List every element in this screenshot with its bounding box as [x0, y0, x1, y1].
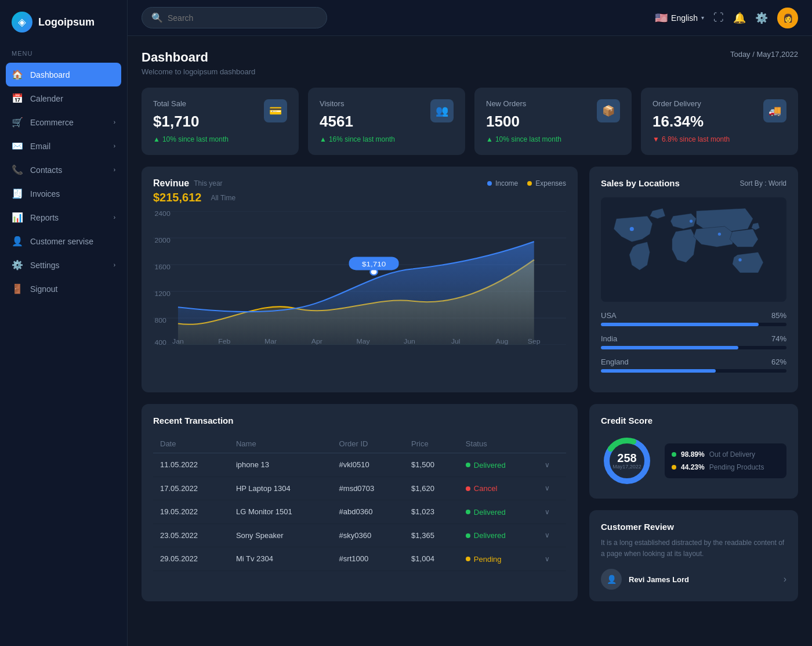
reviewer-name: Revi James Lord	[629, 575, 689, 584]
cell-price-3: $1,365	[404, 524, 459, 547]
location-name-2: England	[601, 358, 629, 366]
location-bar-1: India 74%	[601, 334, 786, 349]
settings-icon[interactable]: ⚙️	[755, 12, 768, 24]
svg-text:2000: 2000	[154, 237, 170, 244]
location-bar-0: USA 85%	[601, 311, 786, 326]
cell-price-0: $1,500	[404, 453, 459, 477]
location-fill-0	[601, 323, 759, 326]
content-area: Dashboard Welcome to logoipsum dashboard…	[128, 36, 812, 646]
sidebar-item-calender[interactable]: 📅 Calender	[0, 86, 127, 110]
cell-name-0: iphone 13	[229, 453, 332, 477]
search-icon: 🔍	[151, 12, 163, 23]
header-right: 🇺🇸 English ▾ ⛶ 🔔 ⚙️ 👩	[655, 8, 798, 28]
legend: Income Expenses	[487, 179, 566, 187]
sidebar-item-reports[interactable]: 📊 Reports ›	[0, 205, 127, 229]
review-text: It is a long established distracted by t…	[601, 537, 786, 560]
status-dot-4	[466, 557, 470, 561]
svg-text:$1,710: $1,710	[362, 261, 386, 268]
donut-chart: 258 May17,2022	[601, 435, 653, 487]
svg-text:Jun: Jun	[404, 338, 415, 345]
notification-icon[interactable]: 🔔	[733, 12, 746, 24]
expenses-legend: Expenses	[527, 179, 566, 187]
nav-label-calender: Calender	[30, 94, 63, 103]
credit-pct-1: 44.23%	[681, 463, 705, 471]
transaction-title: Recent Transaction	[153, 416, 566, 425]
main-area: 🔍 🇺🇸 English ▾ ⛶ 🔔 ⚙️ 👩 Dashboard Welcom…	[128, 0, 812, 646]
location-card: Sales by Locations Sort By : World	[589, 167, 798, 392]
income-label: Income	[495, 179, 518, 187]
credit-dot-1	[672, 465, 676, 470]
cell-price-1: $1,620	[404, 477, 459, 500]
status-badge-0: Delivered	[466, 461, 506, 470]
cell-name-3: Sony Speaker	[229, 524, 332, 547]
status-badge-4: Pending	[466, 555, 502, 564]
svg-text:May: May	[357, 338, 370, 345]
status-dot-0	[466, 463, 470, 467]
stat-change-3: ▼ 6.8% since last month	[652, 135, 786, 143]
stat-arrow-2: ▲	[486, 135, 493, 143]
credit-legend-item-0: 98.89% Out of Delivery	[672, 450, 780, 459]
cell-action-4[interactable]: ∨	[538, 547, 566, 571]
stat-icon-2: 📦	[597, 99, 620, 122]
user-avatar[interactable]: 👩	[777, 8, 798, 28]
location-pct-2: 62%	[771, 358, 786, 366]
reviewer-avatar: 👤	[601, 569, 622, 590]
location-pct-0: 85%	[771, 311, 786, 320]
cell-status-4: Pending	[459, 547, 538, 571]
nav-label-ecommerce: Ecommerce	[30, 118, 74, 127]
stat-change-2: ▲ 10% since last month	[486, 135, 620, 143]
language-selector[interactable]: 🇺🇸 English ▾	[655, 12, 704, 24]
settings-icon: ⚙️	[12, 259, 23, 270]
nav-chevron-reports: ›	[114, 214, 115, 221]
svg-text:Apr: Apr	[311, 338, 322, 345]
cell-action-1[interactable]: ∨	[538, 477, 566, 500]
sidebar-item-invoices[interactable]: 🧾 Invoices	[0, 182, 127, 205]
nav-label-email: Email	[30, 142, 50, 151]
location-track-2	[601, 369, 786, 373]
location-bar-2: England 62%	[601, 358, 786, 373]
search-input[interactable]	[168, 13, 317, 23]
sidebar-item-ecommerce[interactable]: 🛒 Ecommerce ›	[0, 110, 127, 134]
cell-date-2: 19.05.2022	[153, 500, 229, 524]
stat-arrow-1: ▲	[320, 135, 327, 143]
stat-change-1: ▲ 16% since last month	[320, 135, 454, 143]
sidebar-item-settings[interactable]: ⚙️ Settings ›	[0, 253, 127, 277]
nav-label-signout: Signout	[30, 284, 57, 294]
credit-score-center: 258 May17,2022	[612, 452, 641, 470]
revenue-card: Revinue This year Income Expenses	[142, 167, 578, 392]
customer-service-icon: 👤	[12, 236, 23, 247]
svg-text:Feb: Feb	[218, 338, 230, 345]
credit-legend: 98.89% Out of Delivery 44.23% Pending Pr…	[665, 443, 786, 478]
cell-status-2: Delivered	[459, 500, 538, 524]
col-header-4: Status	[459, 435, 538, 453]
sidebar-item-dashboard[interactable]: 🏠 Dashboard	[6, 63, 121, 86]
sidebar-item-signout[interactable]: 🚪 Signout	[0, 277, 127, 301]
page-date: Today / May17,2022	[730, 50, 798, 59]
reviewer-chevron[interactable]: ›	[784, 574, 786, 584]
search-bar[interactable]: 🔍	[142, 7, 327, 28]
world-map	[601, 197, 786, 302]
svg-text:Jul: Jul	[451, 338, 461, 345]
cell-price-2: $1,023	[404, 500, 459, 524]
cell-name-2: LG Monitor 1501	[229, 500, 332, 524]
email-icon: ✉️	[12, 140, 23, 151]
page-title: Dashboard	[142, 50, 255, 65]
credit-dot-0	[672, 452, 676, 457]
svg-text:Sep: Sep	[528, 338, 541, 345]
cell-action-0[interactable]: ∨	[538, 453, 566, 477]
status-dot-3	[466, 533, 470, 538]
cell-status-3: Delivered	[459, 524, 538, 547]
logo-icon: ◈	[12, 12, 32, 33]
svg-text:Mar: Mar	[264, 338, 277, 345]
sidebar-item-customer-service[interactable]: 👤 Customer servise	[0, 229, 127, 253]
svg-point-25	[690, 219, 693, 222]
fullscreen-icon[interactable]: ⛶	[713, 12, 724, 24]
sidebar-item-email[interactable]: ✉️ Email ›	[0, 134, 127, 158]
cell-action-2[interactable]: ∨	[538, 500, 566, 524]
sidebar-item-contacts[interactable]: 📞 Contacts ›	[0, 158, 127, 182]
right-bottom: Credit Score 258 May17,2022	[589, 404, 798, 601]
cell-action-3[interactable]: ∨	[538, 524, 566, 547]
status-badge-3: Delivered	[466, 531, 506, 540]
stat-icon-3: 🚚	[763, 99, 786, 122]
col-header-3: Price	[404, 435, 459, 453]
